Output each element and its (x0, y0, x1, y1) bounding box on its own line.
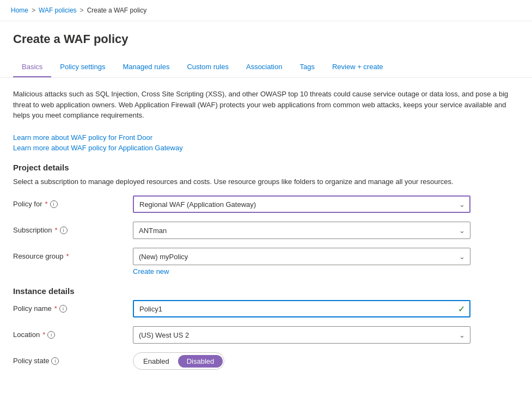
breadcrumb-sep2: > (80, 7, 84, 14)
waf-front-door-link[interactable]: Learn more about WAF policy for Front Do… (13, 133, 510, 142)
policy-name-input-wrapper: ✓ (133, 300, 470, 317)
policy-for-select[interactable]: Regional WAF (Application Gateway) Globa… (133, 195, 470, 213)
policy-for-control: Regional WAF (Application Gateway) Globa… (133, 195, 470, 213)
policy-state-disabled-option[interactable]: Disabled (178, 355, 223, 368)
location-select-wrapper: (US) West US 2 ⌄ (133, 326, 470, 344)
location-control: (US) West US 2 ⌄ (133, 326, 470, 344)
policy-for-row: Policy for * i Regional WAF (Application… (13, 195, 510, 213)
subscription-required: * (55, 226, 58, 234)
subscription-select[interactable]: ANTman (133, 222, 470, 239)
location-select[interactable]: (US) West US 2 (133, 326, 470, 344)
breadcrumb: Home > WAF policies > Create a WAF polic… (0, 0, 532, 21)
subscription-label: Subscription * i (13, 222, 133, 234)
waf-app-gateway-link[interactable]: Learn more about WAF policy for Applicat… (13, 144, 510, 152)
tab-policy-settings[interactable]: Policy settings (51, 57, 114, 77)
resource-group-select-wrapper: (New) myPolicy ⌄ (133, 248, 470, 265)
content-area: Malicious attacks such as SQL Injection,… (0, 78, 523, 389)
policy-name-label: Policy name * i (13, 300, 133, 313)
resource-group-row: Resource group * (New) myPolicy ⌄ Create… (13, 248, 510, 276)
project-details-title: Project details (13, 163, 510, 172)
resource-group-required: * (66, 252, 69, 260)
tabs-bar: Basics Policy settings Managed rules Cus… (0, 57, 532, 78)
location-required: * (42, 331, 45, 339)
breadcrumb-waf-policies[interactable]: WAF policies (39, 7, 77, 14)
tab-association[interactable]: Association (237, 57, 291, 77)
description-text: Malicious attacks such as SQL Injection,… (13, 89, 510, 121)
breadcrumb-current: Create a WAF policy (87, 7, 147, 14)
policy-name-row: Policy name * i ✓ (13, 300, 510, 317)
location-info-icon[interactable]: i (47, 331, 55, 339)
policy-name-info-icon[interactable]: i (59, 305, 67, 313)
tab-managed-rules[interactable]: Managed rules (114, 57, 178, 77)
page-title: Create a WAF policy (13, 32, 519, 46)
policy-state-toggle[interactable]: Enabled Disabled (133, 352, 224, 370)
tab-tags[interactable]: Tags (291, 57, 323, 77)
policy-for-info-icon[interactable]: i (50, 200, 58, 208)
policy-state-control: Enabled Disabled (133, 352, 470, 370)
location-label: Location * i (13, 326, 133, 339)
policy-for-required: * (45, 200, 47, 208)
tab-custom-rules[interactable]: Custom rules (178, 57, 237, 77)
subscription-select-wrapper: ANTman ⌄ (133, 222, 470, 239)
policy-state-label: Policy state i (13, 352, 133, 365)
resource-group-select[interactable]: (New) myPolicy (133, 248, 470, 265)
resource-group-control: (New) myPolicy ⌄ Create new (133, 248, 470, 276)
subscription-control: ANTman ⌄ (133, 222, 470, 239)
policy-state-info-icon[interactable]: i (51, 357, 59, 365)
location-row: Location * i (US) West US 2 ⌄ (13, 326, 510, 344)
breadcrumb-home[interactable]: Home (11, 7, 28, 14)
page-header: Create a WAF policy (0, 21, 532, 46)
tab-basics[interactable]: Basics (13, 57, 51, 77)
policy-name-input[interactable] (133, 300, 470, 317)
create-new-link[interactable]: Create new (133, 267, 169, 276)
resource-group-label: Resource group * (13, 248, 133, 260)
policy-name-check-icon: ✓ (458, 304, 465, 314)
policy-for-label: Policy for * i (13, 195, 133, 208)
policy-name-control: ✓ (133, 300, 470, 317)
project-details-desc: Select a subscription to manage deployed… (13, 176, 510, 187)
policy-state-row: Policy state i Enabled Disabled (13, 352, 510, 370)
instance-details-title: Instance details (13, 286, 510, 296)
subscription-info-icon[interactable]: i (60, 227, 68, 234)
policy-name-required: * (54, 304, 57, 313)
breadcrumb-sep1: > (32, 7, 35, 14)
policy-for-select-wrapper: Regional WAF (Application Gateway) Globa… (133, 195, 470, 213)
subscription-row: Subscription * i ANTman ⌄ (13, 222, 510, 239)
policy-state-enabled-option[interactable]: Enabled (134, 355, 178, 368)
tab-review-create[interactable]: Review + create (323, 57, 392, 77)
